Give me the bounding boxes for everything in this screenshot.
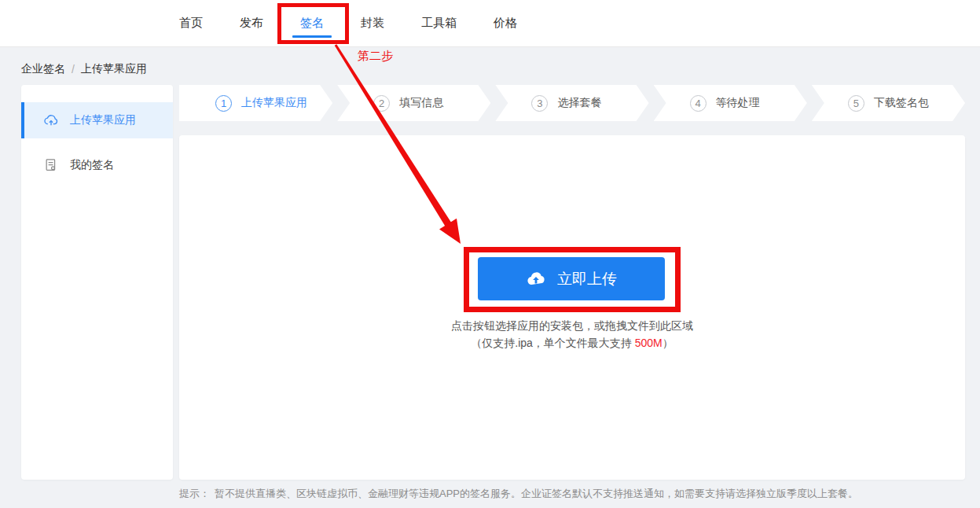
breadcrumb: 企业签名 / 上传苹果应用 [21, 62, 147, 76]
hint-suffix: ） [663, 337, 674, 349]
step-5-download: 5 下载签名包 [812, 85, 965, 121]
footer-tip: 提示：暂不提供直播类、区块链虚拟币、金融理财等违规APP的签名服务。企业证签名默… [179, 487, 973, 500]
upload-button-label: 立即上传 [557, 269, 617, 289]
sidebar-item-label: 上传苹果应用 [70, 113, 136, 127]
hint-prefix: （仅支持.ipa，单个文件最大支持 [471, 337, 634, 349]
sidebar-item-label: 我的签名 [70, 158, 114, 172]
page: 首页 发布 签名 封装 工具箱 价格 企业签名 / 上传苹果应用 上传苹果应用 [0, 0, 980, 508]
step-number: 4 [690, 95, 707, 112]
cloud-upload-icon [43, 112, 59, 128]
nav-item-publish[interactable]: 发布 [240, 0, 263, 46]
annotation-step-note: 第二步 [358, 49, 393, 64]
breadcrumb-root[interactable]: 企业签名 [21, 62, 65, 76]
step-label: 填写信息 [399, 96, 443, 110]
step-2-fill-info: 2 填写信息 [337, 85, 490, 121]
top-nav: 首页 发布 签名 封装 工具箱 价格 [0, 0, 980, 47]
step-number: 5 [848, 95, 864, 112]
step-1-upload: 1 上传苹果应用 [179, 85, 332, 121]
nav-item-home[interactable]: 首页 [179, 0, 203, 46]
step-3-choose-plan: 3 选择套餐 [495, 85, 648, 121]
upload-hint-line2: （仅支持.ipa，单个文件最大支持 500M） [179, 334, 965, 352]
nav-item-package[interactable]: 封装 [361, 0, 384, 46]
nav-item-sign[interactable]: 签名 [300, 0, 324, 46]
step-number: 1 [215, 95, 232, 112]
cloud-upload-icon [526, 269, 546, 289]
nav-item-toolbox[interactable]: 工具箱 [421, 0, 457, 46]
tip-text: 暂不提供直播类、区块链虚拟币、金融理财等违规APP的签名服务。企业证签名默认不支… [215, 488, 858, 499]
nav-item-price[interactable]: 价格 [494, 0, 517, 46]
sidebar: 上传苹果应用 我的签名 [21, 85, 173, 480]
tip-label: 提示： [179, 488, 210, 499]
upload-now-button[interactable]: 立即上传 [478, 257, 665, 300]
step-number: 3 [531, 95, 548, 112]
step-4-waiting: 4 等待处理 [654, 85, 807, 121]
sidebar-item-upload-apple-app[interactable]: 上传苹果应用 [21, 102, 173, 138]
step-number: 2 [373, 95, 390, 112]
step-label: 等待处理 [716, 96, 760, 110]
breadcrumb-current: 上传苹果应用 [81, 62, 147, 76]
sidebar-item-my-signatures[interactable]: 我的签名 [21, 147, 173, 183]
breadcrumb-separator: / [72, 63, 75, 75]
step-indicator: 1 上传苹果应用 2 填写信息 3 选择套餐 4 等待处理 5 下载签名包 [179, 85, 965, 121]
step-label: 下载签名包 [874, 96, 929, 110]
upload-panel [179, 135, 965, 480]
nav-items: 首页 发布 签名 封装 工具箱 价格 [179, 0, 517, 46]
step-label: 上传苹果应用 [241, 96, 307, 110]
step-label: 选择套餐 [557, 96, 601, 110]
upload-hints: 点击按钮选择应用的安装包，或拖拽文件到此区域 （仅支持.ipa，单个文件最大支持… [179, 317, 965, 352]
signature-doc-icon [43, 157, 59, 173]
size-limit: 500M [635, 337, 663, 349]
upload-hint-line1: 点击按钮选择应用的安装包，或拖拽文件到此区域 [179, 317, 965, 334]
